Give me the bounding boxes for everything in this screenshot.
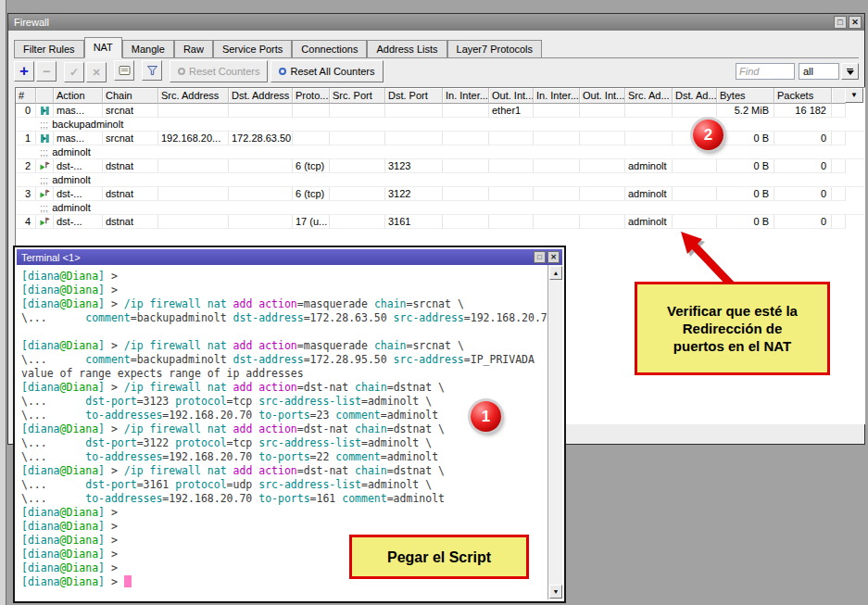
maximize-icon: □ [537,254,542,261]
table-row[interactable]: 4dst-...dstnat17 (u...3161adminolt0 B0 [16,215,864,229]
cell-dst_port: 3161 [385,215,443,229]
cell-chain: dstnat [103,187,158,201]
column-header-src-ad[interactable]: Src. Ad... [625,88,673,104]
column-header-dst-port[interactable]: Dst. Port [385,88,443,104]
cell-icon [36,104,54,118]
filter-dropdown-button[interactable] [841,63,859,80]
disable-button[interactable]: ✕ [86,62,107,82]
tab-filter-rules[interactable]: Filter Rules [14,40,84,57]
column-header-pad[interactable] [832,88,846,104]
cell-proto: 6 (tcp) [293,187,330,201]
cell-src_adlist: adminolt [625,159,673,173]
tab-connections[interactable]: Connections [292,40,367,57]
table-row[interactable]: 0mas...srcnatether15.2 MiB16 182 [16,104,864,118]
tab-nat[interactable]: NAT [84,37,122,58]
tab-service-ports[interactable]: Service Ports [213,40,292,57]
column-header-src-address[interactable]: Src. Address [158,88,229,104]
column-header-dst-address[interactable]: Dst. Address [229,88,293,104]
terminal-scrollbar[interactable]: ▲ ▼ [547,265,562,599]
reset-all-counters-icon [279,68,286,75]
cross-icon: ✕ [92,67,100,79]
column-header-in-inter[interactable]: In. Inter... [534,88,580,104]
comment-row[interactable]: ;;;adminolt [16,201,864,215]
terminal-line: \... to-addresses=192.168.20.70 to-ports… [21,450,547,464]
cell-bytes: 0 B [717,132,774,145]
add-button[interactable]: + [14,61,34,82]
cell-bytes: 0 B [717,187,774,201]
tab-layer7-protocols[interactable]: Layer7 Protocols [447,40,543,57]
toolbar: +−✓✕ Reset Counters Reset All Counters a… [14,60,859,82]
table-row[interactable]: 3dst-...dstnat6 (tcp)3122adminolt0 B0 [16,187,864,201]
column-header-bytes[interactable]: Bytes [717,88,774,104]
terminal-titlebar[interactable]: Terminal <1> □ ✕ [17,249,562,265]
enable-button[interactable]: ✓ [64,62,84,82]
close-button[interactable]: ✕ [849,16,862,29]
comment-row[interactable]: ;;;adminolt [16,173,864,187]
column-header-icon[interactable] [36,88,54,104]
column-selector-button[interactable]: ▼ [845,88,863,103]
cell-in_if2 [534,159,580,173]
cell-packets: 16 182 [774,104,832,118]
cell-packets: 0 [774,159,832,173]
scroll-up-button[interactable]: ▲ [549,266,562,280]
terminal-maximize-button[interactable]: □ [534,251,546,263]
find-input[interactable] [736,63,795,80]
terminal-line: [diana@Diana] > /ip firewall nat add act… [21,381,547,395]
cell-out_if2 [580,104,625,118]
column-header-packets[interactable]: Packets [774,88,832,104]
cell-pad [832,187,846,201]
comment-row[interactable]: ;;;backupadminolt [16,118,864,132]
firewall-titlebar[interactable]: Firewall □✕ [8,14,864,31]
terminal-line: \... to-addresses=192.168.20.70 to-ports… [21,409,547,422]
table-row[interactable]: 2dst-...dstnat6 (tcp)3123adminolt0 B0 [16,159,864,173]
close-icon: ✕ [851,19,859,27]
remove-button[interactable]: − [36,61,57,82]
table-row[interactable]: 1mas...srcnat192.168.20...172.28.63.500 … [16,132,864,145]
table-body: 0mas...srcnatether15.2 MiB16 182;;;backu… [16,104,864,229]
scroll-down-button[interactable]: ▼ [549,585,562,599]
cell-dst_address [229,215,293,229]
column-header-dst-ad[interactable]: Dst. Ad... [673,88,717,104]
check-icon: ✓ [69,66,79,79]
reset-all-counters-button[interactable]: Reset All Counters [270,60,383,82]
terminal-title: Terminal <1> [21,252,81,263]
comment-button[interactable] [114,60,134,81]
reset-counters-button[interactable]: Reset Counters [170,60,268,82]
maximize-button[interactable]: □ [834,16,847,29]
cell-out_if2 [580,187,625,201]
cell-action: mas... [54,132,103,145]
comment-row[interactable]: ;;;adminolt [16,145,864,159]
column-header-out-int[interactable]: Out. Int... [580,88,625,104]
cell-out_if2 [580,132,625,145]
column-header-proto[interactable]: Proto... [293,88,330,104]
funnel-icon [146,65,158,76]
background-panel-edge [0,0,6,605]
cell-out_if [489,215,534,229]
column-header-chain[interactable]: Chain [103,88,158,104]
filter-button[interactable] [142,60,162,81]
cell-dst_port: 3123 [385,159,443,173]
cell-src_address: 192.168.20... [158,132,229,145]
terminal-line: [diana@Diana] > /ip firewall nat add act… [21,422,547,436]
tab-mangle[interactable]: Mangle [122,40,174,57]
column-header-action[interactable]: Action [54,88,103,104]
tab-address-lists[interactable]: Address Lists [367,40,447,57]
table-header-row: #ActionChainSrc. AddressDst. AddressProt… [16,88,864,104]
cell-src_address [158,104,229,118]
terminal-close-button[interactable]: ✕ [547,251,560,263]
column-header-out-int[interactable]: Out. Int... [489,88,534,104]
cell-packets: 0 [774,215,832,229]
cell-icon [36,187,54,201]
masquerade-icon [40,133,50,144]
cell-chain: srcnat [103,104,158,118]
column-header-src-port[interactable]: Src. Port [330,88,385,104]
filter-dropdown[interactable]: all [799,63,839,80]
tab-raw[interactable]: Raw [174,40,213,57]
cell-packets: 0 [774,187,832,201]
cell-chain: dstnat [103,159,158,173]
cell-pad [832,104,846,118]
column-header-[interactable]: # [16,88,36,104]
column-header-in-inter[interactable]: In. Inter... [443,88,489,104]
window-title: Firewall [14,17,49,28]
comment-text: adminolt [52,146,91,158]
